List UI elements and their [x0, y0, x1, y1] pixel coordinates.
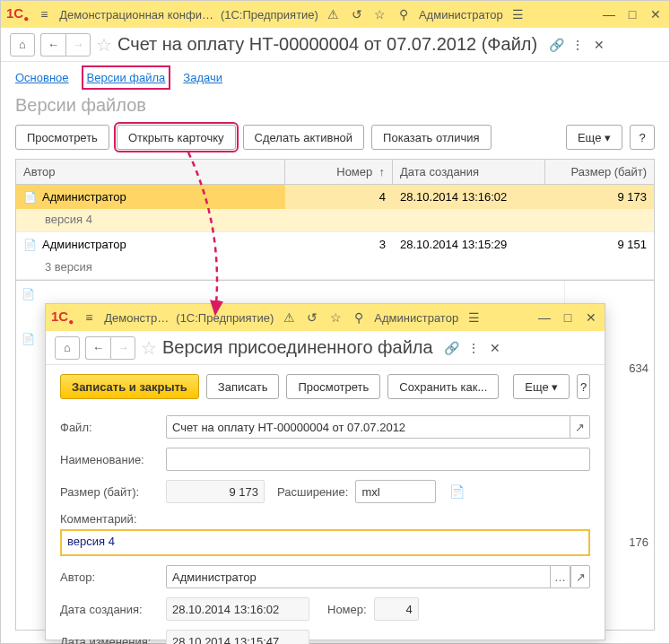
file-field[interactable]: Счет на оплату НТ-00000004 от 07.07.2012: [166, 415, 570, 439]
ext-action-icon[interactable]: 📄: [448, 483, 465, 500]
kebab-icon[interactable]: ⋮: [570, 37, 586, 53]
history-icon[interactable]: ↺: [304, 309, 320, 326]
main-toolbar: Просмотреть Открыть карточку Сделать акт…: [1, 125, 669, 159]
page-title: Счет на оплату НТ-00000004 от 07.07.2012…: [117, 34, 537, 55]
save-close-button[interactable]: Записать и закрыть: [60, 374, 199, 399]
more-button[interactable]: Еще ▾: [566, 125, 622, 150]
num-field: 4: [374, 597, 419, 621]
link-icon[interactable]: 🔗: [444, 340, 460, 356]
make-active-button[interactable]: Сделать активной: [243, 125, 365, 150]
app-suffix: (1С:Предприятие): [221, 8, 318, 22]
author-open-icon[interactable]: ↗: [570, 565, 590, 588]
link-icon[interactable]: 🔗: [548, 37, 564, 53]
close-icon[interactable]: ✕: [583, 309, 599, 326]
tab-versions[interactable]: Версии файла: [87, 71, 166, 84]
search-icon[interactable]: ⚲: [396, 6, 412, 22]
sub-header: ⌂ ← → ☆ Версия присоединенного файла 🔗 ⋮…: [46, 331, 605, 365]
open-card-button[interactable]: Открыть карточку: [117, 125, 236, 150]
close-page-icon[interactable]: ✕: [487, 340, 503, 356]
page-title: Версия присоединенного файла: [162, 337, 433, 358]
view-button[interactable]: Просмотреть: [15, 125, 109, 150]
modified-field: 28.10.2014 13:15:47: [166, 630, 309, 644]
col-size[interactable]: Размер (байт): [545, 160, 654, 184]
back-button[interactable]: ←: [85, 336, 110, 360]
close-icon[interactable]: ✕: [648, 6, 664, 22]
help-button[interactable]: ?: [577, 374, 590, 399]
back-button[interactable]: ←: [40, 33, 65, 57]
tab-tasks[interactable]: Задачи: [183, 71, 222, 84]
file-icon: 📄: [23, 191, 37, 204]
app-suffix: (1С:Предприятие): [176, 311, 274, 325]
versions-grid: Автор Номер ↑ Дата создания Размер (байт…: [15, 159, 655, 281]
label-name: Наименование:: [60, 453, 159, 466]
favorite-icon[interactable]: ☆: [141, 340, 157, 356]
author-lookup-icon[interactable]: …: [551, 565, 570, 588]
table-row[interactable]: 📄Администратор 4 28.10.2014 13:16:02 9 1…: [16, 185, 654, 232]
user-label[interactable]: Администратор: [374, 311, 458, 325]
col-date[interactable]: Дата создания: [393, 160, 545, 184]
size-field: 9 173: [166, 480, 265, 503]
star-icon[interactable]: ☆: [327, 309, 344, 326]
filter-icon[interactable]: ☰: [510, 6, 526, 22]
favorite-icon[interactable]: ☆: [96, 37, 112, 53]
app-title: Демонстрационная конфи…: [59, 8, 213, 22]
open-file-icon[interactable]: ↗: [570, 415, 590, 439]
filter-icon[interactable]: ☰: [466, 309, 482, 326]
comment-field[interactable]: версия 4: [60, 529, 590, 556]
label-ext: Расширение:: [277, 485, 348, 499]
col-number[interactable]: Номер ↑: [285, 160, 393, 184]
form: Файл: Счет на оплату НТ-00000004 от 07.0…: [46, 408, 605, 644]
save-as-button[interactable]: Сохранить как...: [387, 374, 499, 399]
file-icon: 📄: [22, 333, 35, 345]
label-size: Размер (байт):: [60, 485, 159, 499]
view-button[interactable]: Просмотреть: [286, 374, 380, 399]
show-diff-button[interactable]: Показать отличия: [371, 125, 491, 150]
table-row[interactable]: 📄Администратор 3 28.10.2014 13:15:29 9 1…: [16, 232, 654, 280]
label-file: Файл:: [60, 421, 159, 434]
bell-icon[interactable]: ⚠: [326, 6, 342, 22]
home-button[interactable]: ⌂: [55, 336, 80, 360]
forward-button[interactable]: →: [65, 33, 91, 57]
minimize-icon[interactable]: —: [536, 309, 553, 326]
search-icon[interactable]: ⚲: [351, 309, 367, 326]
maximize-icon[interactable]: □: [624, 6, 640, 22]
bell-icon[interactable]: ⚠: [281, 309, 297, 326]
label-created: Дата создания:: [60, 603, 159, 616]
sub-window: 1C● ≡ Демонстр… (1С:Предприятие) ⚠ ↺ ☆ ⚲…: [45, 303, 605, 640]
name-field[interactable]: [166, 448, 590, 471]
label-author: Автор:: [60, 570, 159, 584]
history-icon[interactable]: ↺: [349, 6, 365, 22]
col-author[interactable]: Автор: [16, 160, 285, 184]
more-button[interactable]: Еще ▾: [513, 374, 570, 399]
label-comment: Комментарий:: [60, 512, 159, 526]
maximize-icon[interactable]: □: [560, 309, 576, 326]
grid-header: Автор Номер ↑ Дата создания Размер (байт…: [16, 160, 654, 185]
forward-button[interactable]: →: [110, 336, 135, 360]
label-num: Номер:: [327, 603, 367, 616]
app-title: Демонстр…: [104, 311, 169, 325]
menu-icon[interactable]: ≡: [36, 6, 52, 22]
home-button[interactable]: ⌂: [10, 33, 35, 57]
tabs: Основное Версии файла Задачи: [1, 62, 669, 90]
sub-titlebar: 1C● ≡ Демонстр… (1С:Предприятие) ⚠ ↺ ☆ ⚲…: [46, 304, 605, 331]
kebab-icon[interactable]: ⋮: [466, 340, 482, 356]
label-modified: Дата изменения:: [60, 635, 159, 645]
star-icon[interactable]: ☆: [372, 6, 388, 22]
ext-field[interactable]: mxl: [355, 480, 436, 503]
help-button[interactable]: ?: [630, 125, 655, 150]
save-button[interactable]: Записать: [206, 374, 280, 399]
logo-icon: 1C●: [51, 309, 74, 326]
menu-icon[interactable]: ≡: [81, 309, 97, 326]
close-page-icon[interactable]: ✕: [591, 37, 607, 53]
main-header: ⌂ ← → ☆ Счет на оплату НТ-00000004 от 07…: [1, 28, 669, 62]
tab-main[interactable]: Основное: [15, 71, 69, 84]
author-field[interactable]: Администратор: [166, 565, 551, 588]
section-heading: Версии файлов: [1, 90, 669, 125]
file-icon: 📄: [23, 239, 37, 251]
created-field: 28.10.2014 13:16:02: [166, 597, 309, 621]
user-label[interactable]: Администратор: [419, 8, 503, 22]
sub-toolbar: Записать и закрыть Записать Просмотреть …: [46, 365, 605, 408]
minimize-icon[interactable]: —: [601, 6, 617, 22]
file-icon: 📄: [22, 288, 35, 300]
logo-icon: 1C●: [6, 5, 29, 23]
